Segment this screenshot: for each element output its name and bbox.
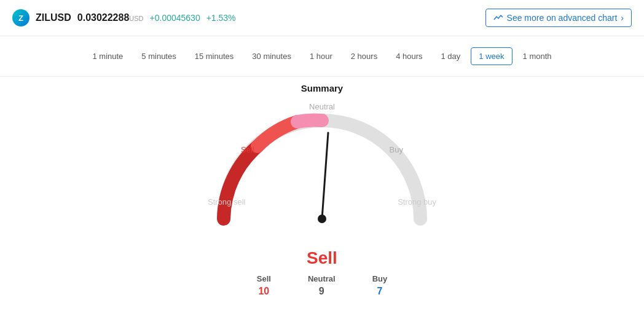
stats-row: Sell 10 Neutral 9 Buy 7 [257,274,387,297]
ticker-change: +0.00045630 [150,13,200,23]
gauge-svg [199,96,445,243]
stat-sell: Sell 10 [257,274,271,297]
time-btn-1min[interactable]: 1 minute [84,47,131,65]
chevron-right-icon: › [621,13,624,23]
stat-buy-value: 7 [377,286,383,297]
time-btn-1hour[interactable]: 1 hour [302,47,340,65]
stat-buy: Buy 7 [372,274,388,297]
gauge-label-neutral: Neutral [309,102,335,111]
header: Z ZILUSD 0.03022288USD +0.00045630 +1.53… [0,0,644,36]
time-btn-2hours[interactable]: 2 hours [343,47,385,65]
stat-buy-label: Buy [372,274,388,283]
time-btn-1month[interactable]: 1 month [515,47,560,65]
gauge-label-sell: Sell [241,145,254,154]
gauge-label-strong-sell: Strong sell [208,197,245,207]
stat-neutral: Neutral 9 [308,274,336,297]
ticker-price: 0.03022288USD [77,12,144,23]
stat-neutral-label: Neutral [308,274,336,283]
ticker-icon: Z [12,9,29,26]
time-btn-5min[interactable]: 5 minutes [133,47,184,65]
summary-title: Summary [301,83,343,93]
time-btn-1week[interactable]: 1 week [471,47,512,65]
chart-icon [493,13,503,23]
svg-point-1 [318,215,326,223]
gauge-label-buy: Buy [390,145,403,154]
ticker-change-pct: +1.53% [206,13,236,23]
stat-sell-label: Sell [257,274,271,283]
gauge-container: Neutral Sell Buy Strong sell Strong buy [199,96,445,243]
gauge-result: Sell [307,248,337,268]
advanced-link-label: See more on advanced chart [507,13,618,23]
time-selector: 1 minute 5 minutes 15 minutes 30 minutes… [0,36,644,77]
stat-sell-value: 10 [258,286,269,297]
time-btn-4hours[interactable]: 4 hours [388,47,430,65]
time-btn-30min[interactable]: 30 minutes [244,47,299,65]
summary-section: Summary Neutral Sell Buy Strong sell Str… [0,77,644,309]
gauge-label-strong-buy: Strong buy [398,197,436,207]
time-btn-15min[interactable]: 15 minutes [187,47,242,65]
stat-neutral-value: 9 [319,286,324,297]
advanced-chart-link[interactable]: See more on advanced chart › [485,9,632,27]
time-btn-1day[interactable]: 1 day [433,47,469,65]
ticker-name: ZILUSD [36,12,71,23]
ticker-section: Z ZILUSD 0.03022288USD +0.00045630 +1.53… [12,9,236,26]
svg-line-0 [322,133,328,219]
